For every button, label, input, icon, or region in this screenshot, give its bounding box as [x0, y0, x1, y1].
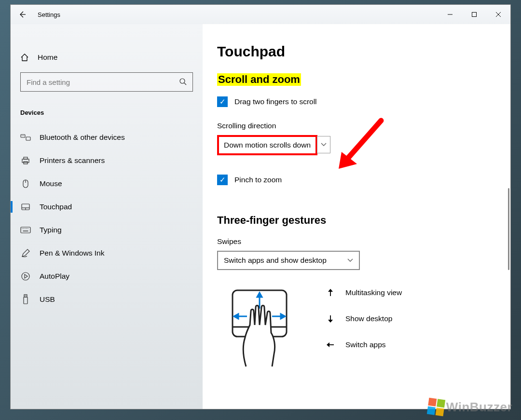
svg-point-8	[22, 135, 22, 136]
sidebar-item-label: Mouse	[40, 179, 62, 188]
scrolling-direction-value: Down motion scrolls down	[224, 141, 311, 149]
sidebar-item-printers[interactable]: Printers & scanners	[11, 149, 203, 172]
window-controls	[438, 5, 510, 24]
gesture-legend: Multitasking view Show desktop Switch ap…	[326, 285, 402, 349]
svg-rect-27	[24, 295, 27, 297]
minimize-button[interactable]	[438, 5, 462, 24]
sidebar: Home Devices Bluetooth & other devices P…	[11, 24, 203, 409]
titlebar: Settings	[11, 5, 510, 24]
checkbox-pinch-zoom-row: ✓ Pinch to zoom	[217, 175, 496, 185]
watermark-text: WinBuzzer	[446, 400, 512, 415]
watermark-logo-icon	[427, 398, 445, 416]
back-button[interactable]	[11, 5, 34, 24]
maximize-button[interactable]	[462, 5, 486, 24]
checkbox-drag-scroll-label: Drag two fingers to scroll	[234, 97, 317, 106]
home-icon	[20, 53, 29, 62]
svg-rect-19	[21, 227, 30, 233]
watermark: WinBuzzer	[428, 399, 512, 415]
gesture-down-row: Show desktop	[326, 314, 402, 323]
svg-rect-7	[26, 137, 30, 140]
back-arrow-icon	[18, 11, 26, 18]
svg-rect-11	[22, 159, 29, 163]
home-link[interactable]: Home	[11, 48, 203, 67]
sidebar-item-label: Touchpad	[40, 203, 72, 211]
section-three-finger: Three-finger gestures	[217, 214, 326, 227]
svg-point-10	[24, 135, 24, 136]
checkbox-drag-scroll[interactable]: ✓	[217, 96, 228, 107]
checkbox-pinch-zoom[interactable]: ✓	[217, 175, 228, 185]
sidebar-item-autoplay[interactable]: AutoPlay	[11, 265, 203, 288]
svg-line-5	[184, 83, 186, 85]
gesture-up-label: Multitasking view	[345, 288, 402, 297]
svg-point-26	[22, 272, 29, 280]
scrolling-direction-dropdown[interactable]: Down motion scrolls down	[219, 137, 315, 153]
app-title: Settings	[38, 11, 60, 18]
arrow-up-icon	[326, 288, 335, 297]
search-box[interactable]	[20, 72, 193, 92]
minimize-icon	[447, 12, 453, 17]
touchpad-gesture-icon	[217, 285, 302, 369]
home-label: Home	[38, 53, 57, 62]
arrow-down-icon	[326, 314, 335, 323]
gesture-left-row: Switch apps	[326, 340, 402, 349]
sidebar-item-typing[interactable]: Typing	[11, 218, 203, 242]
svg-rect-12	[24, 157, 27, 159]
svg-point-9	[23, 135, 23, 136]
sidebar-item-label: Typing	[40, 226, 62, 234]
touchpad-icon	[20, 202, 31, 212]
category-header: Devices	[11, 103, 203, 126]
gesture-down-label: Show desktop	[345, 314, 392, 323]
swipes-label: Swipes	[217, 237, 496, 246]
mouse-icon	[20, 178, 31, 189]
usb-icon	[20, 294, 31, 305]
close-icon	[495, 12, 501, 17]
sidebar-item-bluetooth[interactable]: Bluetooth & other devices	[11, 126, 203, 149]
sidebar-item-pen[interactable]: Pen & Windows Ink	[11, 242, 203, 265]
sidebar-item-label: Printers & scanners	[40, 156, 105, 165]
sidebar-item-usb[interactable]: USB	[11, 288, 203, 311]
page-title: Touchpad	[217, 43, 496, 60]
sidebar-item-label: AutoPlay	[40, 272, 69, 281]
scrolling-direction-highlight: Down motion scrolls down	[217, 135, 317, 155]
chevron-down-icon	[321, 143, 327, 147]
sidebar-item-label: Bluetooth & other devices	[40, 133, 125, 142]
scrolling-direction-caret[interactable]	[317, 136, 330, 153]
checkbox-drag-scroll-row: ✓ Drag two fingers to scroll	[217, 96, 496, 107]
settings-window: Settings Home Devices	[10, 4, 511, 409]
svg-rect-28	[24, 297, 27, 304]
svg-point-4	[180, 79, 185, 83]
printer-icon	[20, 155, 31, 166]
scrolling-direction-label: Scrolling direction	[217, 122, 496, 130]
search-input[interactable]	[27, 78, 179, 86]
autoplay-icon	[20, 271, 31, 282]
gesture-up-row: Multitasking view	[326, 288, 402, 297]
arrow-left-icon	[326, 340, 335, 349]
swipes-value: Switch apps and show desktop	[224, 256, 327, 265]
section-scroll-zoom: Scroll and zoom	[217, 73, 301, 86]
sidebar-item-label: Pen & Windows Ink	[40, 249, 104, 257]
close-button[interactable]	[486, 5, 510, 24]
sidebar-item-label: USB	[40, 295, 55, 304]
keyboard-icon	[20, 225, 31, 235]
bluetooth-icon	[20, 132, 31, 143]
search-icon	[179, 78, 187, 87]
checkbox-pinch-zoom-label: Pinch to zoom	[234, 176, 282, 184]
scrollbar[interactable]	[508, 188, 509, 270]
swipes-dropdown[interactable]: Switch apps and show desktop	[217, 251, 360, 270]
sidebar-item-mouse[interactable]: Mouse	[11, 172, 203, 195]
maximize-icon	[471, 12, 477, 17]
gesture-left-label: Switch apps	[345, 340, 386, 349]
svg-rect-1	[472, 13, 477, 17]
gesture-diagram-area: Multitasking view Show desktop Switch ap…	[217, 285, 496, 369]
pen-icon	[20, 248, 31, 258]
content-pane: Touchpad Scroll and zoom ✓ Drag two fing…	[203, 24, 510, 409]
window-body: Home Devices Bluetooth & other devices P…	[11, 24, 510, 409]
sidebar-item-touchpad[interactable]: Touchpad	[11, 195, 203, 218]
chevron-down-icon	[347, 258, 353, 262]
